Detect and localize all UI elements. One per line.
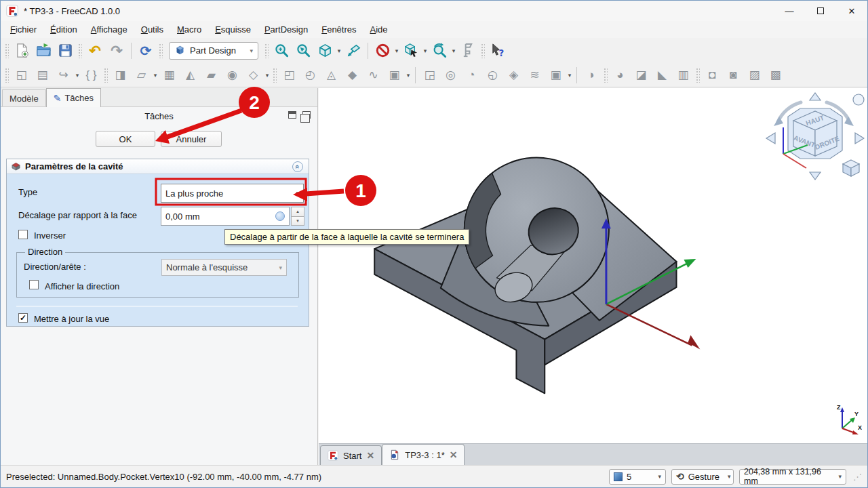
additive-primitive-icon[interactable]: ▣ [384, 65, 405, 85]
show-direction-checkbox[interactable] [29, 280, 39, 289]
type-dropdown[interactable]: La plus proche ▾ [161, 184, 304, 203]
chevron-down-icon[interactable]: ▾ [450, 47, 457, 54]
create-sketch-icon[interactable]: ▱ [131, 65, 152, 85]
pad-icon[interactable]: ◰ [279, 65, 300, 85]
menu-affichage[interactable]: Affichage [84, 23, 134, 36]
menu-fenetres[interactable]: Fenêtres [315, 23, 363, 36]
navigation-cube[interactable]: HAUT AVANT DROITE [763, 92, 865, 182]
subtractive-primitive-icon[interactable]: ▣ [545, 65, 566, 85]
toolbar-handle[interactable] [5, 68, 9, 83]
menu-aide[interactable]: Aide [363, 23, 395, 36]
save-icon[interactable] [54, 41, 76, 61]
chevron-down-icon[interactable]: ▾ [566, 72, 573, 79]
create-clone-icon[interactable]: ◉ [222, 65, 243, 85]
tab-modele[interactable]: Modèle [2, 89, 46, 106]
resize-grip[interactable]: ⋰ [853, 472, 862, 482]
offset-input[interactable]: 0,00 mm [161, 207, 290, 226]
collapse-panel-icon[interactable] [288, 111, 296, 119]
minimize-icon[interactable]: — [774, 1, 805, 21]
sync-view-icon[interactable] [342, 41, 364, 61]
tab-start[interactable]: Start ✕ [320, 445, 382, 465]
link-actions-icon[interactable]: ↪ [53, 65, 74, 85]
spin-up-icon[interactable]: ▴ [291, 207, 304, 217]
tab-taches[interactable]: ✎ Tâches [46, 88, 101, 107]
additive-loft-icon[interactable]: ◬ [321, 65, 342, 85]
spin-down-icon[interactable]: ▾ [291, 217, 304, 226]
whats-this-icon[interactable] [487, 41, 509, 61]
chevron-down-icon[interactable]: ▾ [405, 72, 412, 79]
collapse-section-icon[interactable]: « [292, 161, 303, 172]
close-tab-icon[interactable]: ✕ [450, 449, 458, 460]
toolbar-handle[interactable] [5, 43, 9, 58]
axonometric-view-icon[interactable] [314, 41, 336, 61]
create-group-icon[interactable]: ▤ [32, 65, 53, 85]
maximize-icon[interactable] [805, 1, 836, 21]
close-icon[interactable]: ✕ [836, 1, 867, 21]
update-view-checkbox[interactable]: ✓ [18, 313, 28, 323]
pocket-icon[interactable]: ◲ [419, 65, 440, 85]
subtractive-pipe-icon[interactable]: ◈ [503, 65, 524, 85]
navigation-style-dropdown[interactable]: ⟲ Gesture ▾ [671, 469, 734, 485]
menu-partdesign[interactable]: PartDesign [258, 23, 315, 36]
new-document-icon[interactable] [11, 41, 33, 61]
fillet-icon[interactable]: ◕ [610, 65, 631, 85]
menu-macro[interactable]: Macro [170, 23, 208, 36]
toolbar-handle[interactable] [78, 43, 82, 58]
chevron-down-icon[interactable]: ▾ [74, 72, 81, 79]
variable-set-icon[interactable]: { } [81, 65, 102, 85]
toolbar-handle[interactable] [481, 43, 485, 58]
expression-icon[interactable] [275, 211, 285, 221]
fit-all-icon[interactable] [271, 41, 292, 61]
subtractive-helix-icon[interactable]: ≋ [524, 65, 545, 85]
boolean-cut-icon[interactable]: ◘ [702, 65, 723, 85]
boolean-intersection-icon[interactable]: ▨ [744, 65, 765, 85]
mirrored-icon[interactable]: ◑ [580, 65, 601, 85]
zoom-view-icon[interactable] [429, 41, 450, 61]
subtractive-loft-icon[interactable]: ◵ [482, 65, 503, 85]
additive-helix-icon[interactable]: ∿ [363, 65, 384, 85]
workbench-selector[interactable]: Part Design ▾ [169, 42, 258, 60]
create-datum-icon[interactable]: ◭ [180, 65, 201, 85]
direction-dropdown[interactable]: Normale à l'esquisse ▾ [161, 259, 287, 276]
box-selection-icon[interactable] [400, 41, 422, 61]
chevron-down-icon[interactable]: ▾ [422, 47, 429, 54]
measure-icon[interactable] [457, 41, 479, 61]
menu-outils[interactable]: Outils [134, 23, 170, 36]
cancel-button[interactable]: Annuler [161, 131, 222, 147]
toolbar-handle[interactable] [264, 43, 269, 58]
redo-icon[interactable]: ↷ [106, 41, 127, 61]
toolbar-handle[interactable] [104, 68, 108, 83]
draw-style-icon[interactable] [372, 41, 393, 61]
menu-edition[interactable]: Édition [43, 23, 84, 36]
thickness-icon[interactable]: ▥ [673, 65, 694, 85]
chevron-down-icon[interactable]: ▾ [264, 72, 271, 79]
open-icon[interactable] [33, 41, 54, 61]
chevron-down-icon[interactable]: ▾ [336, 47, 342, 54]
shape-binder-icon[interactable]: ◇ [243, 65, 264, 85]
chevron-down-icon[interactable]: ▾ [152, 72, 159, 79]
chevron-down-icon[interactable]: ▾ [393, 47, 400, 54]
attach-sketch-icon[interactable]: ▰ [201, 65, 222, 85]
toolbar-handle[interactable] [604, 68, 608, 83]
fit-selection-icon[interactable] [292, 41, 314, 61]
ok-button[interactable]: OK [96, 131, 155, 147]
menu-esquisse[interactable]: Esquisse [208, 23, 258, 36]
body-icon[interactable]: ◨ [110, 65, 131, 85]
refresh-icon[interactable]: ⟳ [135, 41, 157, 61]
3d-viewport[interactable]: HAUT AVANT DROITE Z Y X [319, 88, 867, 443]
reversed-checkbox[interactable] [18, 230, 28, 239]
toolbar-handle[interactable] [159, 43, 163, 58]
additive-pipe-icon[interactable]: ◆ [342, 65, 363, 85]
toolbar-handle[interactable] [696, 68, 700, 83]
revolution-icon[interactable]: ◴ [300, 65, 321, 85]
tab-document[interactable]: TP3-3 : 1* ✕ [382, 444, 465, 465]
chamfer-icon[interactable]: ◪ [631, 65, 652, 85]
boolean-union-icon[interactable]: ◙ [723, 65, 744, 85]
create-body-icon[interactable]: ◱ [11, 65, 32, 85]
toolbar-handle[interactable] [273, 68, 277, 83]
groove-icon[interactable]: ◔ [461, 65, 482, 85]
boolean-operation-icon[interactable]: ▩ [765, 65, 786, 85]
draft-icon[interactable]: ◣ [652, 65, 673, 85]
menu-fichier[interactable]: Fichier [3, 23, 43, 36]
float-panel-icon[interactable] [302, 111, 311, 119]
